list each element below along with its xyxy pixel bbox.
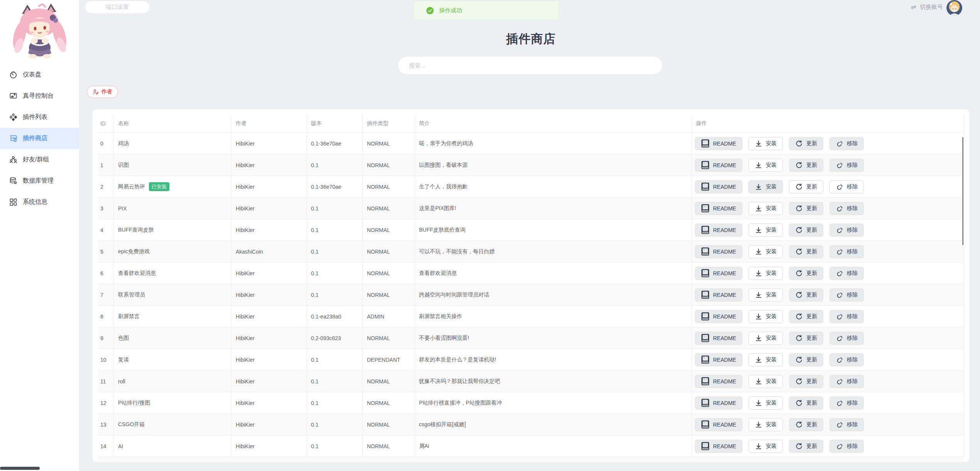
cell-author: HibiKier — [231, 219, 307, 241]
readme-button[interactable]: README — [695, 418, 742, 431]
remove-button[interactable]: 移除 — [830, 267, 864, 280]
sidebar-item-friends[interactable]: 好友/群组 — [0, 149, 79, 170]
table-scrollbar[interactable] — [962, 137, 963, 245]
remove-button[interactable]: 移除 — [830, 418, 864, 431]
sidebar-item-database[interactable]: 数据库管理 — [0, 170, 79, 191]
update-button[interactable]: 更新 — [789, 396, 823, 410]
refresh-icon — [795, 205, 803, 212]
horizontal-scrollbar[interactable] — [0, 467, 40, 470]
refresh-icon — [795, 421, 803, 429]
install-button[interactable]: 安装 — [749, 180, 783, 193]
update-button[interactable]: 更新 — [789, 159, 823, 172]
download-icon — [755, 248, 762, 256]
sidebar-item-gauge[interactable]: 仪表盘 — [0, 64, 79, 85]
readme-button[interactable]: README — [695, 396, 742, 410]
cell-version: 0.1 — [307, 284, 363, 305]
install-button[interactable]: 安装 — [749, 137, 783, 150]
update-button[interactable]: 更新 — [789, 137, 823, 150]
remove-button[interactable]: 移除 — [830, 159, 864, 172]
download-icon — [755, 291, 762, 299]
install-button[interactable]: 安装 — [749, 267, 783, 280]
sidebar-item-store[interactable]: 插件商店 — [0, 128, 79, 149]
update-button[interactable]: 更新 — [789, 332, 823, 345]
cell-type: NORMAL — [363, 327, 415, 349]
readme-button[interactable]: README — [695, 224, 742, 237]
update-button[interactable]: 更新 — [789, 310, 823, 323]
author-filter-label: 作者 — [101, 88, 112, 95]
cell-author: AkashiCoin — [231, 241, 307, 262]
remove-button[interactable]: 移除 — [830, 224, 864, 237]
cell-name: 色图 — [114, 327, 231, 349]
install-button[interactable]: 安装 — [749, 396, 783, 410]
switch-account-button[interactable]: ⇌ 切换账号 — [911, 3, 943, 11]
update-button[interactable]: 更新 — [789, 245, 823, 258]
install-button[interactable]: 安装 — [749, 202, 783, 215]
install-button[interactable]: 安装 — [749, 245, 783, 258]
update-button[interactable]: 更新 — [789, 440, 823, 453]
readme-button[interactable]: README — [695, 353, 742, 366]
update-button[interactable]: 更新 — [789, 288, 823, 302]
remove-button[interactable]: 移除 — [830, 202, 864, 215]
install-button[interactable]: 安装 — [749, 159, 783, 172]
readme-button[interactable]: README — [695, 137, 742, 150]
cell-actions: README 安装 更新 移除 — [692, 414, 964, 435]
remove-button[interactable]: 移除 — [830, 375, 864, 388]
cell-id: 11 — [98, 371, 114, 392]
cell-name: CSGO开箱 — [114, 414, 231, 435]
install-button[interactable]: 安装 — [749, 332, 783, 345]
sidebar-item-plugins[interactable]: 插件列表 — [0, 107, 79, 128]
update-button[interactable]: 更新 — [789, 180, 823, 193]
install-button[interactable]: 安装 — [749, 288, 783, 302]
readme-button[interactable]: README — [695, 288, 742, 302]
user-avatar[interactable] — [946, 0, 962, 16]
remove-button[interactable]: 移除 — [830, 310, 864, 323]
install-button[interactable]: 安装 — [749, 375, 783, 388]
cell-desc: 可以不玩，不能没有，每日白嫖 — [415, 241, 692, 262]
remove-button[interactable]: 移除 — [830, 440, 864, 453]
cell-actions: README 安装 更新 移除 — [692, 371, 964, 392]
table-row-partial — [98, 457, 964, 462]
remove-button[interactable]: 移除 — [830, 353, 864, 366]
unlink-icon — [836, 442, 843, 450]
update-button[interactable]: 更新 — [789, 353, 823, 366]
readme-button[interactable]: README — [695, 245, 742, 258]
readme-button[interactable]: README — [695, 440, 742, 453]
remove-button[interactable]: 移除 — [830, 245, 864, 258]
readme-button[interactable]: README — [695, 267, 742, 280]
readme-button[interactable]: README — [695, 180, 742, 193]
sidebar-item-console[interactable]: 真寻控制台 — [0, 85, 79, 107]
download-icon — [755, 205, 762, 212]
remove-button[interactable]: 移除 — [830, 137, 864, 150]
install-button[interactable]: 安装 — [749, 353, 783, 366]
remove-button[interactable]: 移除 — [830, 396, 864, 410]
port-settings-button[interactable]: 端口设置 — [85, 1, 149, 13]
cell-id: 14 — [98, 435, 114, 457]
remove-button[interactable]: 移除 — [830, 332, 864, 345]
readme-button[interactable]: README — [695, 159, 742, 172]
sidebar: 仪表盘 真寻控制台 插件列表 插件商店 好友/群组 数据库管理 系统信息 — [0, 0, 79, 471]
author-filter-button[interactable]: 作者 — [87, 86, 118, 98]
refresh-icon — [795, 226, 803, 234]
readme-button[interactable]: README — [695, 310, 742, 323]
install-button[interactable]: 安装 — [749, 224, 783, 237]
update-button[interactable]: 更新 — [789, 202, 823, 215]
readme-button[interactable]: README — [695, 202, 742, 215]
update-button[interactable]: 更新 — [789, 375, 823, 388]
remove-button[interactable]: 移除 — [830, 288, 864, 302]
readme-button[interactable]: README — [695, 375, 742, 388]
readme-icon — [701, 290, 710, 299]
table-header: ID 名称 作者 版本 插件类型 简介 操作 — [98, 115, 964, 133]
cell-name: epic免费游戏 — [114, 241, 231, 262]
update-button[interactable]: 更新 — [789, 267, 823, 280]
install-button[interactable]: 安装 — [749, 418, 783, 431]
install-button[interactable]: 安装 — [749, 310, 783, 323]
search-input[interactable] — [398, 57, 662, 74]
readme-button[interactable]: README — [695, 332, 742, 345]
install-button[interactable]: 安装 — [749, 440, 783, 453]
remove-button[interactable]: 移除 — [830, 180, 864, 193]
cell-version: 0.1 — [307, 349, 363, 370]
cell-name: 刷屏禁言 — [114, 306, 231, 327]
update-button[interactable]: 更新 — [789, 224, 823, 237]
update-button[interactable]: 更新 — [789, 418, 823, 431]
sidebar-item-system[interactable]: 系统信息 — [0, 191, 79, 213]
